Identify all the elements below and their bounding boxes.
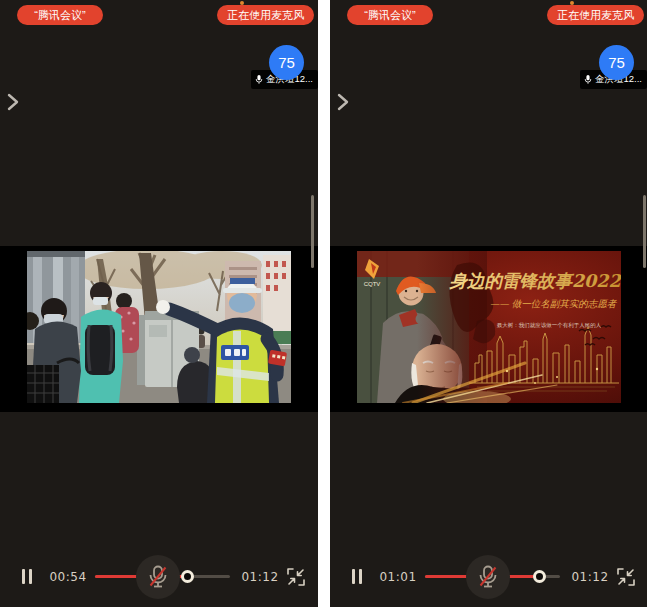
mic-indicator-dot: [570, 1, 574, 5]
scrollbar-thumb[interactable]: [643, 195, 646, 268]
leifeng-poster-illustration: CQTV 身边的雷锋故事2022 —— 做一位名副其实的志愿者 聂大树：我们就应…: [357, 251, 621, 403]
app-name-banner[interactable]: “腾讯会议”: [17, 5, 103, 25]
poster-logo-text: CQTV: [364, 281, 381, 287]
expand-chevron-icon[interactable]: [336, 92, 350, 112]
mic-in-use-banner[interactable]: 正在使用麦克风: [217, 5, 314, 25]
participant-count-badge[interactable]: 75: [599, 45, 634, 80]
poster-subtitle: —— 做一位名副其实的志愿者: [490, 298, 618, 309]
mute-mic-button[interactable]: [136, 555, 180, 599]
app-name-banner[interactable]: “腾讯会议”: [347, 5, 433, 25]
mic-in-use-banner[interactable]: 正在使用麦克风: [547, 5, 644, 25]
participant-count-badge[interactable]: 75: [269, 45, 304, 80]
mic-indicator-dot: [240, 1, 244, 5]
total-time: 01:12: [234, 570, 286, 584]
phone-screenshot-left: “腾讯会议” 正在使用麦克风 75 金洪瑄12...: [0, 0, 318, 607]
muted-mic-icon: [147, 564, 169, 590]
total-time: 01:12: [564, 570, 616, 584]
video-frame[interactable]: [27, 251, 291, 403]
pause-button[interactable]: [352, 569, 362, 584]
expand-chevron-icon[interactable]: [6, 92, 20, 112]
poster-title: 身边的雷锋故事2022: [448, 271, 621, 291]
muted-mic-icon: [477, 564, 499, 590]
pause-button[interactable]: [22, 569, 32, 584]
exit-fullscreen-button[interactable]: [286, 567, 306, 587]
mute-mic-button[interactable]: [466, 555, 510, 599]
progress-knob[interactable]: [533, 570, 546, 583]
current-time: 00:54: [42, 570, 94, 584]
video-frame[interactable]: CQTV 身边的雷锋故事2022 —— 做一位名副其实的志愿者 聂大树：我们就应…: [357, 251, 621, 403]
current-time: 01:01: [372, 570, 424, 584]
poster-quote: 聂大树：我们就应该做一个有利于人民的人: [497, 322, 602, 329]
shrink-icon: [616, 567, 636, 587]
phone-screenshot-right: “腾讯会议” 正在使用麦克风 75 金洪瑄12...: [330, 0, 647, 607]
shrink-icon: [286, 567, 306, 587]
mic-icon: [584, 74, 592, 85]
street-scene-illustration: [27, 251, 291, 403]
exit-fullscreen-button[interactable]: [616, 567, 636, 587]
mic-icon: [255, 74, 263, 85]
scrollbar-thumb[interactable]: [311, 195, 314, 268]
progress-knob[interactable]: [181, 570, 194, 583]
two-phone-screenshots: “腾讯会议” 正在使用麦克风 75 金洪瑄12...: [0, 0, 649, 607]
